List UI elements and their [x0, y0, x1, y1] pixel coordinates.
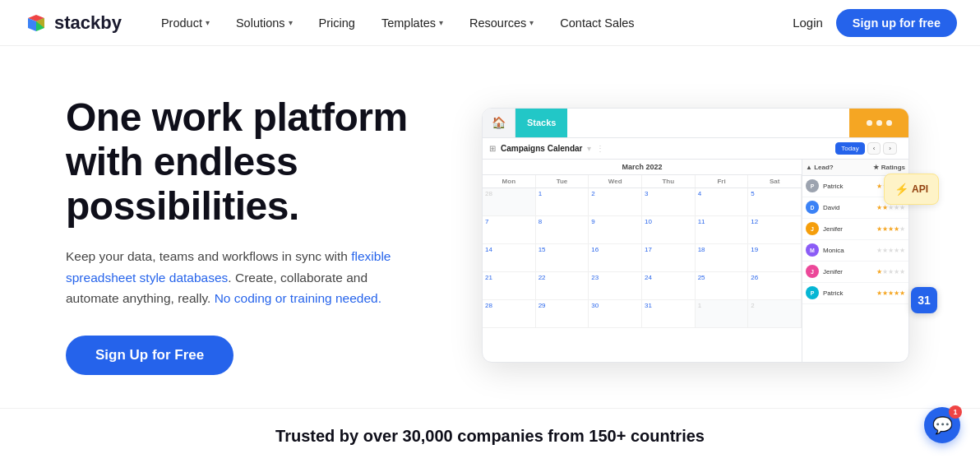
mockup-home-icon: 🏠 [483, 108, 515, 137]
toolbar-more: ⋮ [596, 144, 604, 153]
next-button[interactable]: › [883, 142, 897, 155]
mockup-calendar: March 2022 Mon Tue Wed Thu Fri Sat 28 1 … [483, 160, 802, 363]
mockup-toolbar: ⊞ Campaigns Calendar ▾ ⋮ Today ‹ › [483, 138, 908, 160]
chevron-down-icon: ▾ [289, 18, 293, 27]
avatar-jennifer: J [806, 222, 819, 235]
cal-cell: 19 [748, 244, 802, 272]
day-fri: Fri [696, 175, 749, 188]
cal-cell: 28 [483, 300, 536, 328]
cal-cell: 3 [642, 188, 696, 216]
dot-3 [886, 120, 892, 126]
mockup-dots [849, 108, 908, 137]
nav-item-solutions[interactable]: Solutions ▾ [223, 0, 306, 46]
day-sat: Sat [748, 175, 802, 188]
trust-bar: Trusted by over 30,000 companies from 15… [0, 408, 980, 463]
navbar: stackby Product ▾ Solutions ▾ Pricing Te… [0, 0, 980, 46]
lightning-icon: ⚡ [894, 183, 908, 196]
cal-days-header: Mon Tue Wed Thu Fri Sat [483, 175, 802, 188]
hero-right: 🏠 Stacks ⊞ Campaigns Calendar ▾ ⋮ Today [460, 108, 931, 363]
day-wed: Wed [589, 175, 642, 188]
nav-item-product[interactable]: Product ▾ [148, 0, 223, 46]
mockup-window: 🏠 Stacks ⊞ Campaigns Calendar ▾ ⋮ Today [482, 108, 909, 363]
cal-cell: 10 [642, 216, 696, 244]
cal-month-header: March 2022 [483, 160, 802, 175]
mockup-tab: Stacks [515, 108, 567, 137]
name-patrick: Patrick [823, 183, 872, 190]
cal-cell: 15 [536, 244, 589, 272]
day-mon: Mon [483, 175, 536, 188]
cal-cell: 12 [748, 216, 802, 244]
avatar-patrick: P [806, 179, 819, 192]
signup-button[interactable]: Sign up for free [836, 9, 957, 37]
cal-cell: 25 [696, 272, 749, 300]
cal-grid: 28 1 2 3 4 5 7 8 9 10 11 12 14 [483, 188, 802, 328]
hero-left: One work platform with endless possibili… [66, 95, 428, 375]
cal-cell: 11 [696, 216, 749, 244]
cal-cell: 5 [748, 188, 802, 216]
logo[interactable]: stackby [23, 10, 122, 36]
hero-title: One work platform with endless possibili… [66, 95, 428, 228]
chat-notification-badge: 1 [949, 405, 962, 419]
cal-cell: 17 [642, 244, 696, 272]
cal-cell: 8 [536, 216, 589, 244]
cal-cell: 29 [536, 300, 589, 328]
hero-link-nocoding: No coding or training needed. [215, 291, 381, 305]
side-row-patrick2: P Patrick ★★★★★ [802, 283, 908, 304]
nav-item-pricing[interactable]: Pricing [306, 0, 368, 46]
cal-cell: 26 [748, 272, 802, 300]
cal-cell: 18 [696, 244, 749, 272]
hero-cta-button[interactable]: Sign Up for Free [66, 336, 233, 375]
cal-cell: 16 [589, 244, 642, 272]
name-monica: Monica [823, 247, 872, 254]
cal-cell: 28 [483, 188, 536, 216]
cal-cell: 31 [642, 300, 696, 328]
day-thu: Thu [642, 175, 696, 188]
stars-jenifer2: ★★★★★ [876, 268, 905, 275]
name-patrick2: Patrick [823, 289, 872, 297]
lead-header: ▲ Lead? [806, 164, 834, 171]
cal-cell: 1 [696, 300, 749, 328]
nav-item-templates[interactable]: Templates ▾ [368, 0, 456, 46]
cal-cell: 22 [536, 272, 589, 300]
cal-cell: 9 [589, 216, 642, 244]
avatar-monica: M [806, 243, 819, 257]
side-row-jenifer2: J Jenifer ★★★★★ [802, 262, 908, 283]
name-jennifer: Jenifer [823, 225, 872, 233]
name-david: David [823, 204, 872, 211]
chat-bubble[interactable]: 💬 1 [924, 407, 960, 443]
login-link[interactable]: Login [793, 16, 823, 30]
api-label: API [912, 183, 928, 195]
api-badge: ⚡ API [884, 174, 939, 205]
name-jenifer2: Jenifer [823, 268, 872, 275]
dot-1 [867, 120, 872, 126]
calendar-icon: ⊞ [489, 144, 496, 153]
cal-cell: 4 [696, 188, 749, 216]
stars-patrick2: ★★★★★ [876, 289, 905, 297]
dot-2 [876, 120, 882, 126]
chat-icon: 💬 [932, 415, 953, 435]
nav-item-contact[interactable]: Contact Sales [547, 0, 647, 46]
toolbar-separator: ▾ [587, 144, 591, 153]
mockup-body: March 2022 Mon Tue Wed Thu Fri Sat 28 1 … [483, 160, 908, 363]
toolbar-title: Campaigns Calendar [501, 144, 582, 153]
nav-item-resources[interactable]: Resources ▾ [456, 0, 547, 46]
cal-cell: 2 [748, 300, 802, 328]
cal-cell: 24 [642, 272, 696, 300]
nav-links: Product ▾ Solutions ▾ Pricing Templates … [148, 0, 793, 46]
back-button[interactable]: ‹ [867, 142, 881, 155]
stars-david: ★★★★★ [876, 204, 905, 211]
hero-description: Keep your data, teams and workflows in s… [66, 246, 395, 309]
side-row-monica: M Monica ★★★★★ [802, 240, 908, 262]
avatar-patrick2: P [806, 286, 819, 299]
toolbar-buttons: Today ‹ › [835, 142, 897, 155]
avatar-david: D [806, 201, 819, 214]
chevron-down-icon: ▾ [529, 18, 534, 27]
cal-cell: 7 [483, 216, 536, 244]
nav-right: Login Sign up for free [793, 9, 957, 37]
cal-cell: 2 [589, 188, 642, 216]
today-button[interactable]: Today [835, 142, 864, 155]
stars-monica: ★★★★★ [876, 247, 905, 254]
mockup-topbar: 🏠 Stacks [483, 109, 908, 138]
cal-cell: 23 [589, 272, 642, 300]
day-tue: Tue [536, 175, 589, 188]
